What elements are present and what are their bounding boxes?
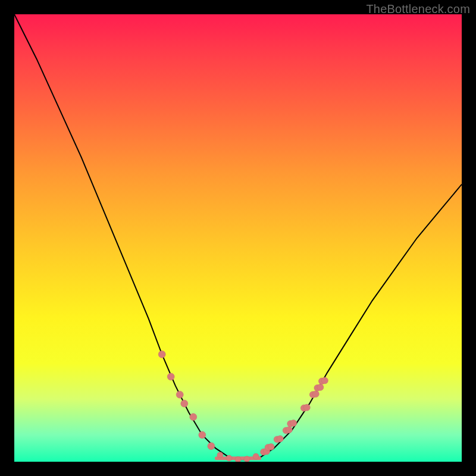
bottleneck-curve [14,14,462,462]
data-marker [283,427,289,434]
data-marker [321,377,328,384]
data-marker [300,405,307,411]
data-marker [181,400,188,407]
data-marker [290,420,297,427]
data-marker [314,384,321,391]
data-marker [264,448,270,455]
data-marker [268,443,274,450]
data-marker [167,373,174,380]
data-marker [208,443,215,450]
curve-path [14,14,462,459]
data-marker [317,384,324,390]
data-marker [274,436,280,443]
data-marker [312,391,319,397]
data-marker [226,455,232,461]
data-marker [318,378,325,384]
data-marker [253,453,259,459]
chart-area [14,14,462,462]
data-marker [265,444,271,450]
data-marker [199,431,206,439]
data-marker [217,452,223,458]
watermark-text: TheBottleneck.com [366,2,470,16]
data-marker [235,456,241,462]
data-marker [158,351,165,358]
data-marker [303,404,310,411]
data-marker [286,427,292,433]
data-marker [277,436,283,442]
data-marker [190,414,197,421]
data-marker [176,391,183,398]
data-marker [244,456,250,462]
data-marker [261,449,267,455]
data-marker [309,392,316,398]
data-marker [287,421,294,427]
